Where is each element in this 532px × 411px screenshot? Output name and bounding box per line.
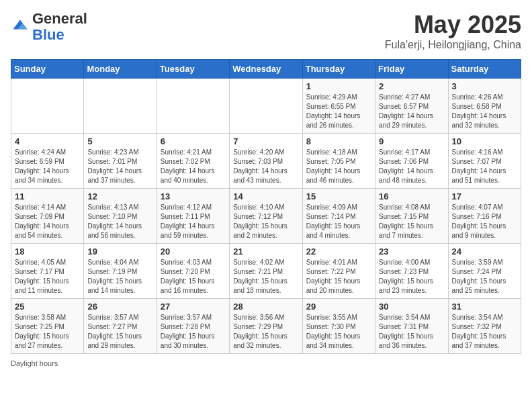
week-row-1: 4Sunrise: 4:24 AM Sunset: 6:59 PM Daylig… <box>11 134 521 189</box>
day-number: 27 <box>161 302 226 312</box>
day-cell: 3Sunrise: 4:26 AM Sunset: 6:58 PM Daylig… <box>448 79 521 134</box>
header-friday: Friday <box>375 60 448 79</box>
day-info: Sunrise: 4:03 AM Sunset: 7:20 PM Dayligh… <box>161 258 226 295</box>
day-number: 7 <box>233 136 298 146</box>
location: Fula'erji, Heilongjiang, China <box>385 39 521 51</box>
day-info: Sunrise: 4:01 AM Sunset: 7:22 PM Dayligh… <box>306 258 371 295</box>
day-info: Sunrise: 4:08 AM Sunset: 7:15 PM Dayligh… <box>379 203 444 240</box>
day-info: Sunrise: 4:12 AM Sunset: 7:11 PM Dayligh… <box>161 203 226 240</box>
day-info: Sunrise: 3:58 AM Sunset: 7:25 PM Dayligh… <box>15 313 80 351</box>
month-title: May 2025 <box>385 11 521 39</box>
day-info: Sunrise: 4:16 AM Sunset: 7:07 PM Dayligh… <box>452 148 517 185</box>
day-cell <box>230 79 302 134</box>
day-number: 20 <box>161 246 226 257</box>
logo-icon <box>11 17 30 36</box>
day-info: Sunrise: 3:54 AM Sunset: 7:32 PM Dayligh… <box>452 313 517 351</box>
day-info: Sunrise: 4:05 AM Sunset: 7:17 PM Dayligh… <box>15 258 80 295</box>
day-number: 29 <box>306 302 371 312</box>
header-monday: Monday <box>84 60 157 79</box>
header-thursday: Thursday <box>302 60 375 79</box>
day-info: Sunrise: 4:20 AM Sunset: 7:03 PM Dayligh… <box>233 148 298 185</box>
day-info: Sunrise: 4:00 AM Sunset: 7:23 PM Dayligh… <box>379 258 444 295</box>
day-cell: 10Sunrise: 4:16 AM Sunset: 7:07 PM Dayli… <box>448 134 521 189</box>
day-info: Sunrise: 4:21 AM Sunset: 7:02 PM Dayligh… <box>161 148 226 185</box>
day-number: 2 <box>379 81 444 91</box>
day-info: Sunrise: 4:07 AM Sunset: 7:16 PM Dayligh… <box>452 203 517 240</box>
header-sunday: Sunday <box>11 60 84 79</box>
day-number: 16 <box>379 191 444 201</box>
day-info: Sunrise: 4:26 AM Sunset: 6:58 PM Dayligh… <box>452 93 517 130</box>
day-cell: 24Sunrise: 3:59 AM Sunset: 7:24 PM Dayli… <box>448 244 521 299</box>
week-row-4: 25Sunrise: 3:58 AM Sunset: 7:25 PM Dayli… <box>11 299 521 354</box>
day-cell: 7Sunrise: 4:20 AM Sunset: 7:03 PM Daylig… <box>230 134 302 189</box>
day-cell: 4Sunrise: 4:24 AM Sunset: 6:59 PM Daylig… <box>11 134 84 189</box>
day-number: 25 <box>15 302 80 312</box>
day-number: 4 <box>15 136 80 146</box>
week-row-2: 11Sunrise: 4:14 AM Sunset: 7:09 PM Dayli… <box>11 189 521 244</box>
day-number: 15 <box>306 191 371 201</box>
day-cell: 2Sunrise: 4:27 AM Sunset: 6:57 PM Daylig… <box>375 79 448 134</box>
logo-general-text: General <box>32 10 87 27</box>
day-info: Sunrise: 4:18 AM Sunset: 7:05 PM Dayligh… <box>306 148 371 185</box>
day-cell: 5Sunrise: 4:23 AM Sunset: 7:01 PM Daylig… <box>84 134 157 189</box>
header-saturday: Saturday <box>448 60 521 79</box>
day-cell: 31Sunrise: 3:54 AM Sunset: 7:32 PM Dayli… <box>448 299 521 354</box>
day-number: 30 <box>379 302 444 312</box>
day-info: Sunrise: 4:10 AM Sunset: 7:12 PM Dayligh… <box>233 203 298 240</box>
day-cell: 9Sunrise: 4:17 AM Sunset: 7:06 PM Daylig… <box>375 134 448 189</box>
day-cell <box>157 79 229 134</box>
day-number: 13 <box>161 191 226 201</box>
day-info: Sunrise: 4:04 AM Sunset: 7:19 PM Dayligh… <box>87 258 152 295</box>
day-number: 3 <box>452 81 517 91</box>
day-number: 8 <box>306 136 371 146</box>
day-info: Sunrise: 4:24 AM Sunset: 6:59 PM Dayligh… <box>15 148 80 185</box>
footer-text: Daylight hours <box>11 359 58 367</box>
day-info: Sunrise: 4:27 AM Sunset: 6:57 PM Dayligh… <box>379 93 444 130</box>
day-cell: 30Sunrise: 3:54 AM Sunset: 7:31 PM Dayli… <box>375 299 448 354</box>
day-number: 14 <box>233 191 298 201</box>
week-row-0: 1Sunrise: 4:29 AM Sunset: 6:55 PM Daylig… <box>11 79 521 134</box>
day-cell: 19Sunrise: 4:04 AM Sunset: 7:19 PM Dayli… <box>84 244 157 299</box>
day-cell: 14Sunrise: 4:10 AM Sunset: 7:12 PM Dayli… <box>230 189 302 244</box>
day-info: Sunrise: 3:56 AM Sunset: 7:29 PM Dayligh… <box>233 313 298 351</box>
day-number: 10 <box>452 136 517 146</box>
day-cell: 22Sunrise: 4:01 AM Sunset: 7:22 PM Dayli… <box>302 244 375 299</box>
header-tuesday: Tuesday <box>157 60 229 79</box>
day-number: 19 <box>87 246 152 257</box>
day-cell: 12Sunrise: 4:13 AM Sunset: 7:10 PM Dayli… <box>84 189 157 244</box>
footer: Daylight hours <box>11 359 521 367</box>
day-cell: 27Sunrise: 3:57 AM Sunset: 7:28 PM Dayli… <box>157 299 229 354</box>
day-cell: 16Sunrise: 4:08 AM Sunset: 7:15 PM Dayli… <box>375 189 448 244</box>
day-number: 22 <box>306 246 371 257</box>
day-cell: 8Sunrise: 4:18 AM Sunset: 7:05 PM Daylig… <box>302 134 375 189</box>
day-number: 28 <box>233 302 298 312</box>
day-cell: 23Sunrise: 4:00 AM Sunset: 7:23 PM Dayli… <box>375 244 448 299</box>
day-cell: 17Sunrise: 4:07 AM Sunset: 7:16 PM Dayli… <box>448 189 521 244</box>
day-info: Sunrise: 3:57 AM Sunset: 7:27 PM Dayligh… <box>87 313 152 351</box>
day-cell: 11Sunrise: 4:14 AM Sunset: 7:09 PM Dayli… <box>11 189 84 244</box>
day-number: 17 <box>452 191 517 201</box>
day-cell <box>84 79 157 134</box>
day-cell: 1Sunrise: 4:29 AM Sunset: 6:55 PM Daylig… <box>302 79 375 134</box>
day-info: Sunrise: 4:17 AM Sunset: 7:06 PM Dayligh… <box>379 148 444 185</box>
day-cell: 29Sunrise: 3:55 AM Sunset: 7:30 PM Dayli… <box>302 299 375 354</box>
day-info: Sunrise: 3:57 AM Sunset: 7:28 PM Dayligh… <box>161 313 226 351</box>
header-row: SundayMondayTuesdayWednesdayThursdayFrid… <box>11 60 521 79</box>
day-cell: 18Sunrise: 4:05 AM Sunset: 7:17 PM Dayli… <box>11 244 84 299</box>
header-wednesday: Wednesday <box>230 60 302 79</box>
day-number: 24 <box>452 246 517 257</box>
day-number: 23 <box>379 246 444 257</box>
logo-blue-text: Blue <box>32 26 64 43</box>
day-cell: 13Sunrise: 4:12 AM Sunset: 7:11 PM Dayli… <box>157 189 229 244</box>
page-header: General Blue May 2025 Fula'erji, Heilong… <box>11 11 521 51</box>
day-number: 6 <box>161 136 226 146</box>
day-info: Sunrise: 3:55 AM Sunset: 7:30 PM Dayligh… <box>306 313 371 351</box>
day-info: Sunrise: 4:02 AM Sunset: 7:21 PM Dayligh… <box>233 258 298 295</box>
day-info: Sunrise: 4:13 AM Sunset: 7:10 PM Dayligh… <box>87 203 152 240</box>
day-info: Sunrise: 4:09 AM Sunset: 7:14 PM Dayligh… <box>306 203 371 240</box>
day-number: 26 <box>87 302 152 312</box>
day-number: 1 <box>306 81 371 91</box>
day-number: 12 <box>87 191 152 201</box>
day-cell: 15Sunrise: 4:09 AM Sunset: 7:14 PM Dayli… <box>302 189 375 244</box>
day-number: 31 <box>452 302 517 312</box>
